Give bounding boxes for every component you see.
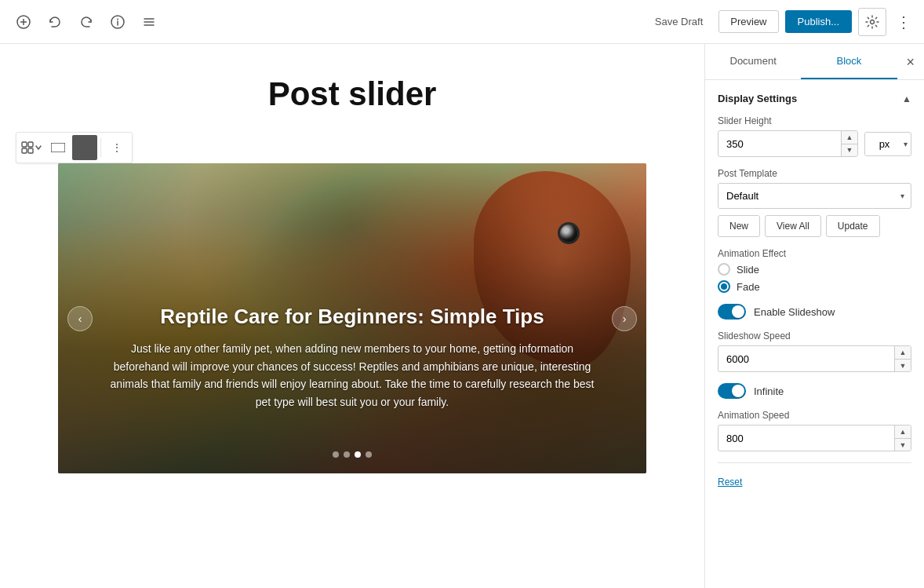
display-settings-collapse[interactable]: ▲ xyxy=(902,93,911,104)
infinite-label: Infinite xyxy=(754,385,784,397)
slider-dot-1[interactable] xyxy=(333,451,339,458)
top-toolbar: Save Draft Preview Publish... ⋮ xyxy=(0,0,924,44)
animation-speed-field: Animation Speed ▲ ▼ xyxy=(718,410,911,451)
info-button[interactable] xyxy=(104,8,132,36)
sidebar-content: Display Settings ▲ Slider Height ▲ ▼ xyxy=(705,80,924,588)
slideshow-speed-input-wrap: ▲ ▼ xyxy=(718,345,911,372)
slider-height-input[interactable] xyxy=(718,133,841,155)
display-settings-header: Display Settings ▲ xyxy=(718,93,911,104)
toolbar-divider xyxy=(100,138,101,157)
svg-rect-13 xyxy=(28,148,33,153)
display-settings-title: Display Settings xyxy=(718,93,797,104)
editor-area: Post slider ⋮ xyxy=(0,44,704,588)
svg-rect-14 xyxy=(51,143,65,152)
post-template-select[interactable]: Default Template 1 Template 2 xyxy=(718,184,894,208)
svg-rect-10 xyxy=(22,142,27,147)
animation-speed-input[interactable] xyxy=(718,427,894,450)
svg-point-5 xyxy=(117,18,118,20)
slider-dot-4[interactable] xyxy=(366,451,372,458)
block-align-button[interactable] xyxy=(45,135,71,160)
post-template-select-wrap: Default Template 1 Template 2 ▾ xyxy=(718,183,911,209)
slideshow-speed-field: Slideshow Speed ▲ ▼ xyxy=(718,331,911,372)
list-view-button[interactable] xyxy=(135,8,163,36)
slider-height-decrement[interactable]: ▼ xyxy=(842,144,857,156)
slider-height-spinners: ▲ ▼ xyxy=(841,131,857,156)
animation-speed-decrement[interactable]: ▼ xyxy=(895,438,911,451)
settings-divider xyxy=(718,462,911,463)
slider-height-field: Slider Height ▲ ▼ px % em xyxy=(718,115,911,157)
animation-fade-option[interactable]: Fade xyxy=(718,280,911,293)
post-template-btn-group: New View All Update xyxy=(718,215,911,237)
enable-slideshow-label: Enable Slideshow xyxy=(754,306,835,318)
undo-button[interactable] xyxy=(41,8,69,36)
settings-button[interactable] xyxy=(858,8,886,36)
redo-button[interactable] xyxy=(72,8,100,36)
infinite-toggle[interactable] xyxy=(718,383,746,399)
more-options-button[interactable]: ⋮ xyxy=(893,13,915,31)
animation-slide-label: Slide xyxy=(737,264,759,276)
slider-content: Reptile Care for Beginners: Simple Tips … xyxy=(58,305,646,411)
svg-point-9 xyxy=(871,20,875,24)
publish-button[interactable]: Publish... xyxy=(785,10,852,33)
post-template-arrow-icon: ▾ xyxy=(894,192,911,200)
animation-effect-field: Animation Effect Slide Fade xyxy=(718,248,911,293)
new-template-button[interactable]: New xyxy=(718,215,760,237)
slider-height-unit-wrap: px % em ▾ xyxy=(864,132,911,156)
slider-height-input-wrap: ▲ ▼ xyxy=(718,130,858,157)
toolbar-left-group xyxy=(9,8,163,36)
animation-fade-label: Fade xyxy=(737,281,760,293)
svg-rect-12 xyxy=(22,148,27,153)
animation-radio-group: Slide Fade xyxy=(718,263,911,293)
unit-arrow-icon: ▾ xyxy=(904,133,911,155)
block-more-button[interactable]: ⋮ xyxy=(104,135,129,160)
view-all-templates-button[interactable]: View All xyxy=(765,215,821,237)
block-toolbar: ⋮ xyxy=(16,132,133,163)
main-area: Post slider ⋮ xyxy=(0,44,924,588)
svg-rect-11 xyxy=(28,142,33,147)
reset-button[interactable]: Reset xyxy=(718,477,742,488)
animation-slide-radio[interactable] xyxy=(718,263,730,276)
slider-widget: Reptile Care for Beginners: Simple Tips … xyxy=(58,163,646,473)
slider-dot-2[interactable] xyxy=(344,451,350,458)
slider-height-label: Slider Height xyxy=(718,115,911,126)
block-transform-button[interactable] xyxy=(19,135,44,160)
slideshow-speed-decrement[interactable]: ▼ xyxy=(895,359,911,371)
enable-slideshow-toggle[interactable] xyxy=(718,304,746,320)
infinite-row: Infinite xyxy=(718,383,911,399)
enable-slideshow-row: Enable Slideshow xyxy=(718,304,911,320)
sidebar-tabs: Document Block × xyxy=(705,44,924,80)
slide-excerpt: Just like any other family pet, when add… xyxy=(105,340,599,411)
toolbar-right-group: Save Draft Preview Publish... ⋮ xyxy=(646,8,915,36)
tab-document[interactable]: Document xyxy=(705,44,801,79)
slider-height-unit-select[interactable]: px % em xyxy=(865,133,904,155)
slideshow-speed-increment[interactable]: ▲ xyxy=(895,346,911,359)
save-draft-button[interactable]: Save Draft xyxy=(646,11,712,32)
update-template-button[interactable]: Update xyxy=(826,215,880,237)
post-template-label: Post Template xyxy=(718,168,911,179)
slide-title: Reptile Care for Beginners: Simple Tips xyxy=(105,305,599,329)
slider-prev-button[interactable]: ‹ xyxy=(67,306,93,331)
animation-speed-input-wrap: ▲ ▼ xyxy=(718,425,911,451)
post-title: Post slider xyxy=(268,75,437,113)
slider-dot-3[interactable] xyxy=(355,451,361,458)
animation-speed-label: Animation Speed xyxy=(718,410,911,421)
tab-block[interactable]: Block xyxy=(801,44,897,79)
slideshow-speed-input[interactable] xyxy=(718,348,894,371)
slideshow-speed-spinners: ▲ ▼ xyxy=(894,346,911,371)
slider-next-button[interactable]: › xyxy=(612,306,637,331)
preview-button[interactable]: Preview xyxy=(718,10,778,33)
slideshow-speed-label: Slideshow Speed xyxy=(718,331,911,341)
slider-dots xyxy=(58,451,646,458)
animation-speed-increment[interactable]: ▲ xyxy=(895,425,911,438)
svg-rect-15 xyxy=(78,143,92,152)
block-full-width-button[interactable] xyxy=(72,135,97,160)
add-block-button[interactable] xyxy=(9,8,38,36)
animation-effect-label: Animation Effect xyxy=(718,248,911,259)
post-template-field: Post Template Default Template 1 Templat… xyxy=(718,168,911,237)
animation-fade-radio[interactable] xyxy=(718,280,730,293)
sidebar: Document Block × Display Settings ▲ Slid… xyxy=(704,44,924,588)
animation-speed-spinners: ▲ ▼ xyxy=(894,425,911,451)
sidebar-close-button[interactable]: × xyxy=(897,55,925,69)
slider-height-increment[interactable]: ▲ xyxy=(842,131,857,144)
animation-slide-option[interactable]: Slide xyxy=(718,263,911,276)
